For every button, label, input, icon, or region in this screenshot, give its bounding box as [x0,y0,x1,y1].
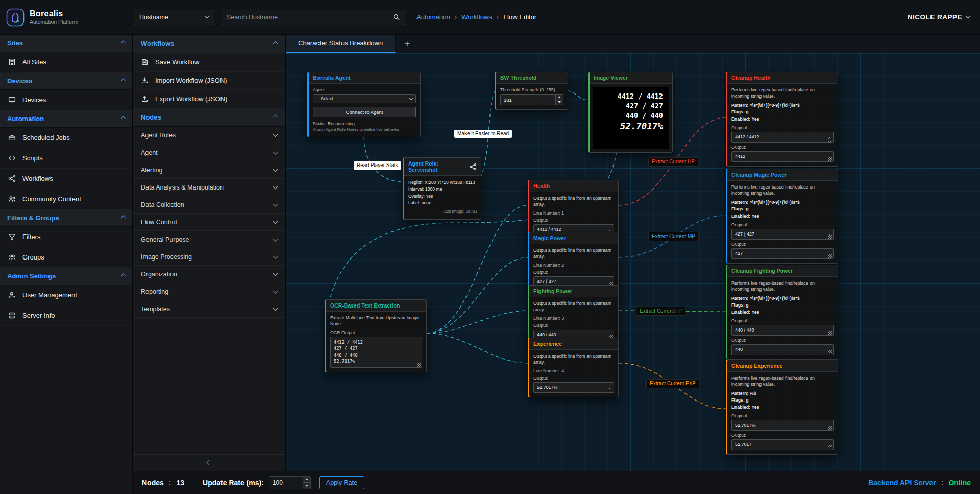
brand: Borealis Automation Platform [6,8,127,27]
apply-rate-button[interactable]: Apply Rate [319,476,364,489]
sidebar-section-admin-settings[interactable]: Admin Settings [0,268,132,285]
node-description: Output a specific line from an upstream … [533,301,614,313]
sidebar-section-filters-groups[interactable]: Filters & Groups [0,209,132,227]
resize-grip[interactable] [828,137,832,142]
node-category-organization[interactable]: Organization [133,266,285,283]
resize-grip[interactable] [828,157,832,161]
node-bw-threshold[interactable]: BW Threshold Threshold Strength (0–255): [495,72,568,110]
resize-grip[interactable] [828,331,832,335]
node-cleanup-fighting-power[interactable]: Cleanup Fighting Power Performs live reg… [726,265,838,360]
node-health[interactable]: Health Output a specific line from an up… [528,180,619,240]
sidebar-item-all-sites[interactable]: All Sites [0,52,132,73]
sidebar-item-user-management[interactable]: User Management [0,285,132,305]
node-category-image-processing[interactable]: Image Processing [133,248,285,266]
regex-enabled: Enabled: Yes [731,213,834,220]
resize-grip[interactable] [828,445,832,449]
original-field[interactable]: 52.7017% [731,420,834,431]
hostname-dropdown[interactable]: Hostname [134,10,214,25]
category-label: Templates [141,305,170,313]
sidebar-item-scheduled-jobs[interactable]: Scheduled Jobs [0,128,132,148]
node-title: Agent Role: Screenshot [408,160,466,173]
section-title: Automation [7,115,44,123]
sidebar-item-label: Scripts [22,154,43,162]
output-field[interactable]: 52.7017 [731,439,834,450]
node-borealis-agent[interactable]: Borealis Agent Agent: -- Select -- Conne… [307,72,421,137]
share-icon[interactable] [469,163,477,171]
update-rate-input[interactable] [270,477,303,489]
sidebar-section-sites[interactable]: Sites [0,35,132,52]
user-menu[interactable]: NICOLE RAPPE [908,13,970,21]
resize-grip[interactable] [609,388,613,392]
edge [567,91,588,100]
node-agent-role-screenshot[interactable]: Agent Role: Screenshot Region: X:200 Y:4… [403,157,481,220]
output-field[interactable]: 4412 [731,151,834,162]
sidebar-item-groups[interactable]: Groups [0,247,132,268]
node-cleanup-magic-power[interactable]: Cleanup Magic Power Performs live regex-… [726,169,838,264]
node-fighting-power[interactable]: Fighting Power Output a specific line fr… [528,285,619,345]
output-field[interactable]: 52.7017% [533,382,614,393]
flow-canvas[interactable]: Borealis Agent Agent: -- Select -- Conne… [286,53,980,471]
node-image-viewer[interactable]: Image Viewer 4412 / 4412 427 / 427 440 /… [588,72,673,153]
node-cleanup-health[interactable]: Cleanup Health Performs live regex-based… [726,72,838,167]
add-tab-button[interactable]: + [396,35,419,53]
sidebar-item-filters[interactable]: Filters [0,227,132,247]
palette-section-nodes[interactable]: Nodes [133,108,285,127]
section-title: Nodes [141,113,161,121]
connect-to-agent-button[interactable]: Connect to Agent [313,107,416,117]
node-category-data-collection[interactable]: Data Collection [133,196,285,214]
screenshot-last-image: Last Image: 16 KB [408,208,477,215]
original-field[interactable]: 4412 / 4412 [731,132,834,143]
palette-section-workflows[interactable]: Workflows [133,35,285,53]
sidebar-item-community-content[interactable]: Community Content [0,189,132,209]
node-magic-power[interactable]: Magic Power Output a specific line from … [528,232,619,292]
output-value: 440 [735,347,743,352]
breadcrumb-workflows[interactable]: Workflows [461,13,492,21]
resize-grip[interactable] [417,363,421,367]
sidebar-item-server-info[interactable]: Server Info [0,305,132,326]
sidebar-item-scripts[interactable]: Scripts [0,148,132,169]
breadcrumb-automation[interactable]: Automation [416,13,450,21]
search-input[interactable] [227,14,389,21]
node-category-agent[interactable]: Agent [133,144,285,161]
node-category-data-analysis[interactable]: Data Analysis & Manipulation [133,179,285,196]
spinner-up-button[interactable] [303,477,310,483]
output-field[interactable]: 440 [731,344,834,355]
spinner-down-button[interactable] [556,100,563,105]
original-field[interactable]: 427 { 427 [731,229,834,240]
output-field[interactable]: 427 [731,248,834,259]
spinner-up-button[interactable] [556,95,563,100]
output-label: Output: [533,270,614,275]
sidebar-section-devices[interactable]: Devices [0,73,132,90]
node-category-templates[interactable]: Templates [133,300,285,318]
node-category-general-purpose[interactable]: General Purpose [133,231,285,248]
sidebar-item-workflows[interactable]: Workflows [0,169,132,189]
node-experience[interactable]: Experience Output a specific line from a… [528,338,619,397]
node-ocr-text-extraction[interactable]: OCR-Based Text Extraction Extract Multi-… [325,299,427,372]
node-category-flow-control[interactable]: Flow Control [133,214,285,231]
node-cleanup-experience[interactable]: Cleanup Experience Performs live regex-b… [726,360,838,455]
tab-character-status-breakdown[interactable]: Character Status Breakdown [286,35,396,53]
save-workflow-button[interactable]: Save Workflow [133,53,285,72]
category-label: Image Processing [141,253,192,261]
ocr-output-field[interactable]: 4412 / 4412 427 { 427 440 / 440 52.7017% [330,337,422,368]
node-description: Output a specific line from an upstream … [533,248,614,260]
original-field[interactable]: 440 / 440 [731,325,834,336]
node-category-agent-roles[interactable]: Agent Roles [133,127,285,144]
resize-grip[interactable] [828,254,832,258]
node-category-alerting[interactable]: Alerting [133,161,285,179]
export-workflow-button[interactable]: Export Workflow (JSON) [133,90,285,108]
resize-grip[interactable] [828,234,832,239]
sidebar-section-automation[interactable]: Automation [0,110,132,128]
sidebar-item-devices[interactable]: Devices [0,90,132,110]
threshold-input[interactable] [501,95,555,105]
triangle-down-icon [558,101,561,103]
import-workflow-button[interactable]: Import Workflow (JSON) [133,72,285,90]
node-category-reporting[interactable]: Reporting [133,283,285,300]
agent-select[interactable]: -- Select -- [313,94,416,103]
output-value: 52.7017 [735,442,752,447]
spinner-down-button[interactable] [303,482,310,489]
collapse-palette-button[interactable] [133,454,285,471]
resize-grip[interactable] [828,350,832,354]
resize-grip[interactable] [828,426,832,430]
search-hostname-box[interactable] [222,10,405,25]
